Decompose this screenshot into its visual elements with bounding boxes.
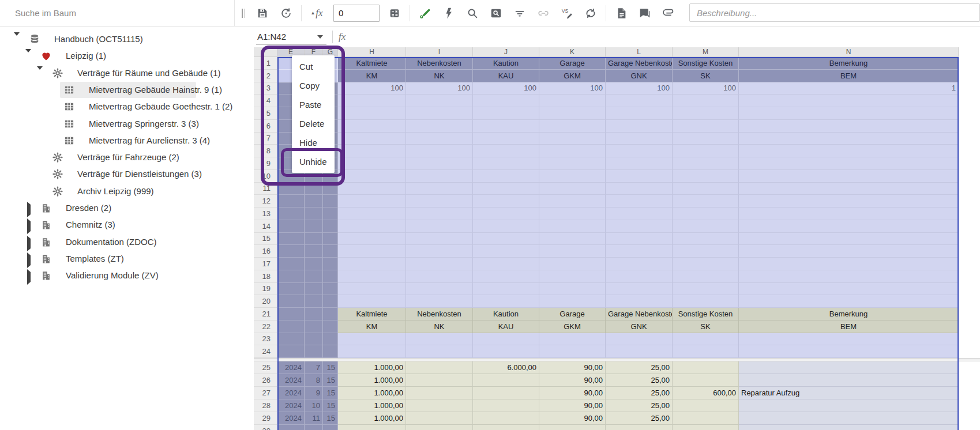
cell-M23[interactable] [673, 333, 739, 346]
tree-expand-arrow-right-icon[interactable] [25, 255, 32, 262]
cell-F23[interactable] [305, 333, 323, 346]
cell-K22[interactable]: GKM [539, 320, 606, 333]
cell-E30[interactable] [277, 425, 305, 430]
cell-L27[interactable]: 25,00 [606, 387, 673, 399]
format-brush-icon[interactable] [418, 6, 432, 20]
cell-K2[interactable]: GKM [539, 70, 606, 82]
cell-L18[interactable] [606, 270, 673, 283]
column-header-M[interactable]: M [673, 47, 739, 57]
cell-H20[interactable] [338, 295, 406, 308]
cell-K24[interactable] [539, 345, 606, 358]
cell-M11[interactable] [673, 183, 739, 195]
cell-M1[interactable]: Sonstige Kosten [673, 57, 739, 70]
cell-F29[interactable]: 11 [305, 412, 323, 425]
cell-E17[interactable] [277, 258, 305, 270]
row-header-20[interactable]: 20 [254, 295, 277, 308]
row-header-28[interactable]: 28 [254, 399, 277, 412]
tree-expand-arrow-right-icon[interactable] [25, 272, 32, 279]
cell-I15[interactable] [406, 233, 473, 246]
cell-J4[interactable] [473, 95, 539, 107]
cell-L26[interactable]: 25,00 [606, 374, 673, 387]
cell-I7[interactable] [406, 133, 473, 145]
context-menu-item-hide[interactable]: Hide [292, 133, 335, 152]
tree-expand-arrow-right-icon[interactable] [25, 239, 32, 246]
cell-K25[interactable]: 90,00 [539, 361, 606, 374]
tree-item[interactable]: Leipzig (1) [0, 48, 248, 63]
cell-G18[interactable] [323, 270, 338, 283]
cell-J22[interactable]: KAU [473, 320, 539, 333]
cell-I9[interactable] [406, 157, 473, 170]
cell-K20[interactable] [539, 295, 606, 308]
cell-L20[interactable] [606, 295, 673, 308]
tree-item[interactable]: Chemnitz (3) [0, 217, 248, 232]
cell-F24[interactable] [305, 345, 323, 358]
cell-F20[interactable] [305, 295, 323, 308]
cell-J15[interactable] [473, 233, 539, 246]
cell-E14[interactable] [277, 220, 305, 233]
cell-I29[interactable] [406, 412, 473, 425]
cell-H12[interactable] [338, 195, 406, 208]
row-header-7[interactable]: 7 [254, 133, 277, 145]
cell-L24[interactable] [606, 345, 673, 358]
cell-I27[interactable] [406, 387, 473, 399]
cell-N26[interactable] [739, 374, 959, 387]
cell-N19[interactable] [739, 283, 959, 296]
cell-N3[interactable]: 1 [739, 82, 959, 95]
context-menu-item-unhide[interactable]: Unhide [292, 152, 335, 171]
cell-G26[interactable]: 15 [323, 374, 338, 387]
cell-N15[interactable] [739, 233, 959, 246]
row-header-17[interactable]: 17 [254, 258, 277, 270]
cell-F11[interactable] [305, 183, 323, 195]
cell-K28[interactable]: 90,00 [539, 399, 606, 412]
cell-H22[interactable]: KM [338, 320, 406, 333]
cell-J7[interactable] [473, 133, 539, 145]
cell-N24[interactable] [739, 345, 959, 358]
column-header-L[interactable]: L [606, 47, 673, 57]
cell-K1[interactable]: Garage [539, 57, 606, 70]
cell-F21[interactable] [305, 308, 323, 320]
cell-I1[interactable]: Nebenkosten [406, 57, 473, 70]
cell-E19[interactable] [277, 283, 305, 296]
cell-K13[interactable] [539, 208, 606, 220]
cell-F17[interactable] [305, 258, 323, 270]
tree-expand-arrow-down-icon[interactable] [37, 70, 44, 77]
tree-item[interactable]: Verträge für Fahrzeuge (2) [0, 150, 248, 165]
cell-H29[interactable]: 1.000,00 [338, 412, 406, 425]
cell-E27[interactable]: 2024 [277, 387, 305, 399]
cell-F13[interactable] [305, 208, 323, 220]
cell-L14[interactable] [606, 220, 673, 233]
cell-J3[interactable]: 100 [473, 82, 539, 95]
cell-J6[interactable] [473, 120, 539, 133]
cell-G15[interactable] [323, 233, 338, 246]
cell-L3[interactable]: 100 [606, 82, 673, 95]
cell-K29[interactable]: 90,00 [539, 412, 606, 425]
row-header-19[interactable]: 19 [254, 283, 277, 296]
cell-I3[interactable]: 100 [406, 82, 473, 95]
cell-H14[interactable] [338, 220, 406, 233]
cell-K4[interactable] [539, 95, 606, 107]
cell-K17[interactable] [539, 258, 606, 270]
cell-L16[interactable] [606, 245, 673, 258]
cell-I28[interactable] [406, 399, 473, 412]
row-header-4[interactable]: 4 [254, 95, 277, 107]
cell-E18[interactable] [277, 270, 305, 283]
cell-H6[interactable] [338, 120, 406, 133]
cell-J14[interactable] [473, 220, 539, 233]
cell-K19[interactable] [539, 283, 606, 296]
cell-H2[interactable]: KM [338, 70, 406, 82]
cell-I11[interactable] [406, 183, 473, 195]
tree-item[interactable]: Mietvertrag für Aurelienstr. 3 (4) [0, 133, 248, 148]
tree-expand-arrow-down-icon[interactable] [25, 52, 32, 59]
cell-G17[interactable] [323, 258, 338, 270]
cell-J29[interactable] [473, 412, 539, 425]
cell-L2[interactable]: GNK [606, 70, 673, 82]
cell-M17[interactable] [673, 258, 739, 270]
cell-J26[interactable] [473, 374, 539, 387]
row-header-22[interactable]: 22 [254, 320, 277, 333]
search-icon[interactable] [465, 6, 479, 20]
cell-H18[interactable] [338, 270, 406, 283]
cell-H28[interactable]: 1.000,00 [338, 399, 406, 412]
cell-H24[interactable] [338, 345, 406, 358]
cell-N13[interactable] [739, 208, 959, 220]
cell-G13[interactable] [323, 208, 338, 220]
